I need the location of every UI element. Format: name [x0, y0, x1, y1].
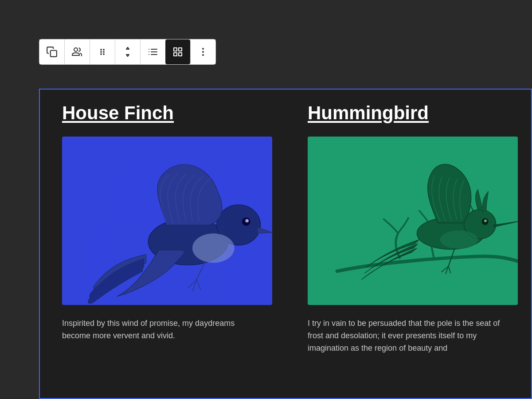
toolbar-group-copy — [39, 39, 65, 65]
drag-icon — [98, 47, 107, 56]
house-finch-title: House Finch — [62, 103, 272, 123]
svg-point-6 — [100, 53, 102, 55]
more-icon — [198, 47, 208, 57]
undo-button[interactable] — [65, 39, 90, 64]
svg-point-24 — [245, 219, 249, 223]
svg-rect-0 — [51, 51, 57, 57]
svg-line-26 — [196, 262, 205, 280]
svg-point-3 — [103, 49, 105, 51]
list-icon — [148, 47, 158, 57]
house-finch-image — [62, 137, 272, 305]
toolbar-group-more — [190, 39, 216, 65]
svg-rect-16 — [174, 53, 177, 56]
hummingbird-title: Hummingbird — [308, 103, 518, 123]
cards-grid: House Finch — [40, 90, 531, 398]
svg-point-19 — [202, 51, 204, 53]
hummingbird-image — [308, 137, 518, 305]
grid-icon — [172, 47, 183, 57]
sort-button[interactable] — [115, 39, 140, 64]
hummingbird-illustration — [308, 137, 518, 305]
svg-point-7 — [103, 53, 105, 55]
undo-icon — [72, 47, 82, 57]
svg-line-28 — [196, 280, 200, 290]
card-hummingbird: Hummingbird — [286, 90, 531, 398]
svg-point-2 — [100, 49, 102, 51]
content-area: House Finch — [39, 89, 532, 399]
toolbar-group-controls — [64, 39, 141, 65]
house-finch-bird-illustration — [62, 137, 272, 305]
svg-rect-17 — [179, 53, 182, 56]
toolbar — [39, 39, 216, 65]
svg-point-33 — [484, 219, 487, 222]
drag-handle-button[interactable] — [90, 39, 115, 64]
svg-rect-14 — [174, 48, 177, 51]
more-options-button[interactable] — [191, 39, 215, 64]
svg-point-5 — [103, 51, 105, 53]
hummingbird-description: I try in vain to be persuaded that the p… — [308, 317, 518, 355]
svg-point-34 — [440, 231, 478, 249]
svg-point-4 — [100, 51, 102, 53]
svg-line-37 — [449, 266, 451, 274]
house-finch-description: Inspirited by this wind of promise, my d… — [62, 317, 272, 342]
list-view-button[interactable] — [141, 39, 165, 64]
card-house-finch: House Finch — [40, 90, 286, 398]
svg-rect-15 — [179, 48, 182, 51]
svg-point-1 — [74, 48, 78, 51]
toolbar-group-view — [140, 39, 191, 65]
svg-point-18 — [202, 48, 204, 50]
grid-view-button[interactable] — [165, 39, 190, 64]
svg-point-20 — [202, 54, 204, 56]
copy-icon — [46, 46, 58, 58]
sort-icon — [123, 47, 132, 57]
copy-button[interactable] — [39, 39, 64, 64]
svg-point-25 — [192, 234, 235, 263]
